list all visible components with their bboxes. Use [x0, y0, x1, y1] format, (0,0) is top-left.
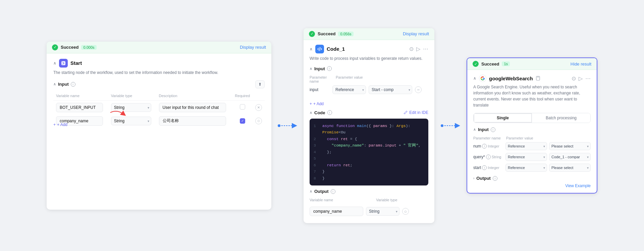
var-desc-input-2[interactable]: [159, 116, 226, 126]
query-ref-wrapper: Reference: [505, 153, 547, 161]
google-output-info-icon[interactable]: i: [493, 176, 497, 181]
svg-point-1: [278, 124, 280, 127]
col-description: Description: [156, 92, 232, 101]
code-ref-select-1[interactable]: Reference Input: [332, 85, 366, 94]
google-node-header-row: ∧ googleWebSearch ⊙: [473, 75, 591, 82]
code-input-info-icon[interactable]: i: [327, 66, 332, 71]
code-status-label: Succeed: [318, 31, 335, 36]
code-param-name-header: Parameter name: [310, 75, 333, 83]
start-node-title: Start: [70, 60, 82, 66]
code-section-info-icon[interactable]: i: [327, 110, 332, 115]
start-input-toggle[interactable]: ∧: [53, 82, 56, 86]
start-export-btn[interactable]: ⬆: [255, 80, 265, 88]
start-ref-select[interactable]: Reference: [505, 164, 547, 172]
code-collapse-toggle[interactable]: ∧: [310, 47, 313, 51]
google-time-badge: 1s: [502, 61, 510, 66]
google-run-icon[interactable]: ▷: [579, 75, 583, 82]
google-output-title: Output: [476, 176, 491, 181]
var-name-input-1[interactable]: [56, 103, 103, 112]
code-remove-param-btn[interactable]: −: [415, 86, 422, 93]
google-node-actions: ⊙ ▷ ⋯: [572, 75, 591, 82]
remove-row-btn-1[interactable]: ×: [255, 104, 262, 111]
num-ref-wrapper: Reference: [505, 142, 547, 150]
required-checkbox-1[interactable]: [240, 104, 245, 110]
var-type-select-wrapper-2: String Integer Boolean: [111, 117, 151, 125]
google-param-row-query: query* i String Reference Code_1 - compa…: [473, 153, 591, 161]
google-tab-group: Single Batch processing: [473, 113, 591, 123]
output-type-select-1[interactable]: String Integer: [366, 207, 399, 216]
code-line-6: 6 return ret;: [314, 162, 424, 169]
edit-in-ide-link[interactable]: Edit in IDE: [403, 110, 428, 115]
var-type-select-wrapper-1: String Integer Boolean: [111, 103, 151, 112]
google-input-info-icon[interactable]: i: [491, 127, 495, 132]
google-param-row-start: start i Integer Reference Please select: [473, 164, 591, 172]
query-info-icon[interactable]: i: [486, 155, 491, 159]
code-time-badge: 0.056s: [338, 32, 353, 36]
start-display-result-link[interactable]: Display result: [240, 45, 266, 50]
connector-2-3: [440, 119, 461, 132]
code-copy-icon[interactable]: ⊙: [409, 46, 414, 52]
code-editor[interactable]: 1 async function main({ params }: Args):…: [310, 119, 428, 186]
google-search-panel: ✓ Succeed 1s Hide result ∧ googleWe: [467, 57, 597, 194]
google-output-header[interactable]: › Output i: [473, 176, 591, 181]
start-type: Integer: [488, 166, 499, 170]
code-add-param-btn[interactable]: + + Add: [310, 100, 324, 108]
google-collapse-toggle[interactable]: ∧: [473, 76, 476, 81]
query-ref-select[interactable]: Reference: [505, 153, 547, 161]
google-success-banner: ✓ Succeed 1s Hide result: [467, 58, 597, 70]
code-node-desc: Write code to process input variables to…: [310, 55, 428, 61]
num-info-icon[interactable]: i: [482, 144, 487, 149]
start-input-section-header: ∧ Input i ⬆: [53, 80, 265, 88]
var-desc-input-1[interactable]: [159, 103, 226, 112]
code-ref-value-select-1[interactable]: Start - comp: [369, 85, 412, 94]
google-more-icon[interactable]: ⋯: [585, 75, 591, 82]
arrow-connector-2: [440, 119, 461, 132]
code-more-icon[interactable]: ⋯: [423, 46, 428, 52]
google-input-toggle[interactable]: ∧: [473, 127, 476, 132]
remove-row-btn-2[interactable]: ○: [255, 118, 262, 124]
google-copy-icon[interactable]: ⊙: [572, 75, 576, 82]
svg-rect-0: [61, 61, 65, 65]
start-val-select[interactable]: Please select: [549, 164, 591, 172]
google-param-name-col: Parameter name: [473, 136, 503, 140]
table-row: String Integer Boolean: [53, 100, 265, 114]
start-node-panel: ✓ Succeed 0.000s Display result ∧ Start …: [47, 42, 271, 210]
var-type-select-2[interactable]: String Integer Boolean: [111, 117, 151, 125]
code-display-result-link[interactable]: Display result: [403, 31, 429, 36]
start-add-btn[interactable]: + + Add: [53, 121, 67, 128]
code-line-5: 5: [314, 155, 424, 162]
google-hide-result-link[interactable]: Hide result: [571, 61, 591, 67]
output-type-wrapper-1: String Integer: [366, 207, 399, 216]
code-output-row-1: String Integer ○: [310, 207, 428, 216]
google-node-body: ∧ googleWebSearch ⊙: [467, 70, 597, 193]
start-input-info-icon[interactable]: i: [71, 82, 75, 87]
tab-batch[interactable]: Batch processing: [532, 113, 590, 123]
google-save-icon: [536, 76, 540, 81]
num-ref-select[interactable]: Reference: [505, 142, 547, 150]
code-input-toggle[interactable]: ∧: [310, 67, 312, 71]
code-output-section: ∧ Output i Variable name Variable type S…: [310, 189, 428, 216]
start-val-wrapper: Please select: [549, 164, 591, 172]
start-status-label: Succeed: [61, 45, 78, 50]
output-remove-btn-1[interactable]: ○: [402, 208, 409, 215]
output-name-input-1[interactable]: [310, 207, 363, 216]
query-val-select[interactable]: Code_1 - compar: [549, 153, 591, 161]
svg-rect-4: [537, 76, 539, 78]
start-collapse-toggle[interactable]: ∧: [53, 61, 56, 66]
required-checkbox-2[interactable]: ✓: [240, 118, 245, 124]
code-success-banner: ✓ Succeed 0.056s Display result: [304, 28, 434, 40]
code-section-header-row: ∧ Code i Edit in IDE: [310, 110, 428, 115]
tab-single[interactable]: Single: [474, 113, 532, 123]
view-example-link[interactable]: View Example: [473, 183, 591, 188]
code-output-toggle[interactable]: ∧: [310, 189, 312, 194]
num-val-select[interactable]: Please select: [549, 142, 591, 150]
code-output-title: Output: [314, 189, 329, 194]
var-type-select-1[interactable]: String Integer Boolean: [111, 103, 151, 112]
code-output-info-icon[interactable]: i: [331, 189, 335, 194]
code-section-toggle[interactable]: ∧: [310, 111, 312, 115]
code-run-icon[interactable]: ▷: [416, 46, 420, 52]
start-info-icon[interactable]: i: [482, 165, 487, 170]
google-node-header: ∧ googleWebSearch: [473, 75, 540, 82]
google-param-value-col: Parameter value: [506, 136, 547, 140]
arrow-connector-1: [277, 119, 298, 132]
